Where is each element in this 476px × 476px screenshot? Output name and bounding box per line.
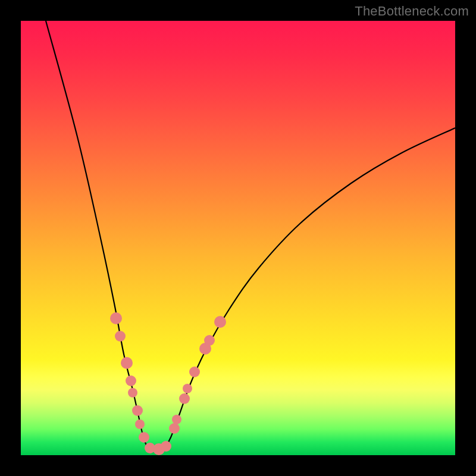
data-dot-7 [139, 432, 149, 443]
watermark-text: TheBottleneck.com [355, 4, 469, 19]
curve-svg [21, 21, 455, 455]
data-dot-1 [115, 331, 126, 342]
data-dots-group [110, 312, 226, 455]
data-dot-13 [179, 393, 190, 404]
data-dot-18 [214, 316, 226, 328]
curve-left-branch [46, 21, 149, 450]
data-dot-14 [183, 384, 192, 393]
chart-frame: TheBottleneck.com [0, 0, 476, 476]
data-dot-10 [161, 441, 171, 452]
data-dot-2 [121, 357, 133, 369]
data-dot-3 [126, 375, 136, 386]
data-dot-17 [204, 335, 215, 346]
plot-area [21, 21, 455, 455]
data-dot-15 [189, 367, 200, 377]
data-dot-0 [110, 312, 122, 324]
data-dot-6 [135, 419, 145, 429]
data-dot-11 [169, 423, 180, 434]
data-dot-5 [132, 405, 143, 416]
data-dot-12 [172, 415, 181, 424]
data-dot-4 [128, 388, 137, 397]
curve-right-branch [164, 128, 455, 450]
